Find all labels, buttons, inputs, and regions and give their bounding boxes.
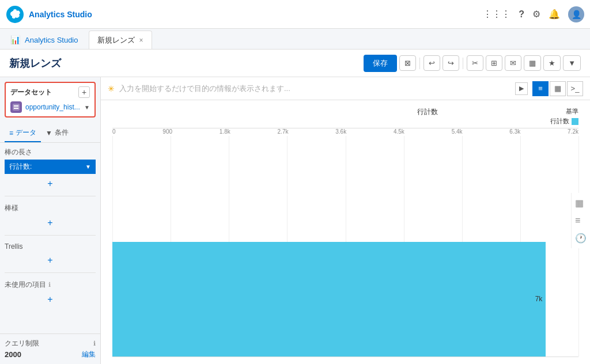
unused-label: 未使用の項目 [5, 280, 46, 290]
toolbar-btn-more[interactable]: ▼ [563, 55, 581, 71]
side-chart-icon[interactable]: ▦ [575, 198, 587, 208]
dataset-label: データセット [10, 88, 52, 97]
tab-bar: 📊 Analytics Studio 新規レンズ × [0, 29, 590, 50]
top-nav: Analytics Studio ⋮⋮⋮ ? ⚙ 🔔 👤 [0, 0, 590, 29]
dataset-header: データセット + [10, 86, 90, 98]
search-input[interactable] [119, 84, 510, 93]
dataset-caret-icon[interactable]: ▼ [84, 104, 90, 111]
trellis-add-button[interactable]: + [5, 253, 96, 268]
grid-lines: 7k [112, 136, 578, 357]
gear-icon[interactable]: ⚙ [532, 9, 540, 20]
page-header: 新規レンズ 保存 ⊠ ↩ ↪ ✂ ⊞ ✉ ▦ ★ ▼ [0, 50, 590, 77]
bell-icon[interactable]: 🔔 [549, 9, 560, 20]
x-label-900: 900 [162, 128, 172, 135]
legend-color-dot [572, 118, 578, 125]
analytics-tab-icon: 📊 [10, 35, 20, 44]
divider-3 [5, 272, 96, 273]
main-layout: データセット + opportunity_hist... ▼ ≡ データ [0, 77, 590, 364]
grid-icon-tb: ⊞ [491, 59, 497, 67]
toolbar-btn-star[interactable]: ★ [543, 55, 561, 71]
tab-data[interactable]: ≡ データ [5, 124, 41, 142]
divider-2 [5, 235, 96, 236]
side-filter-icon[interactable]: ≡ [575, 215, 587, 226]
chart-bar: 7k [112, 242, 546, 357]
toolbar-btn-grid[interactable]: ⊞ [486, 55, 502, 71]
query-row: 2000 編集 [5, 350, 96, 359]
panel-tabs: ≡ データ ▼ 条件 [0, 124, 100, 143]
grid-icon[interactable]: ⋮⋮⋮ [483, 9, 510, 20]
bar-length-label: 棒の長さ [5, 147, 96, 157]
toolbar-separator-2 [463, 58, 463, 69]
bar-length-section: 棒の長さ 行計数: ▼ + [0, 143, 100, 194]
svg-rect-3 [14, 108, 18, 109]
x-label-7.2k: 7.2k [568, 128, 578, 135]
dataset-svg-icon [12, 103, 20, 111]
help-icon[interactable]: ? [519, 9, 524, 20]
tab-close-icon[interactable]: × [139, 36, 143, 44]
toolbar-btn-table[interactable]: ▦ [524, 55, 541, 71]
x-label-1.8k: 1.8k [220, 128, 230, 135]
svg-rect-1 [13, 104, 20, 111]
x-axis-labels: 0 900 1.8k 2.7k 3.6k 4.5k 5.4k 6.3k 7.2k [112, 128, 578, 136]
search-star-icon: ✳ [108, 84, 115, 93]
measure-pill[interactable]: 行計数: ▼ [5, 160, 96, 174]
tab-data-icon: ≡ [9, 129, 13, 137]
svg-rect-2 [14, 105, 18, 107]
avatar-icon[interactable]: 👤 [568, 6, 584, 22]
trellis-section: Trellis + [0, 238, 100, 270]
x-label-0: 0 [112, 128, 116, 135]
x-label-6.3k: 6.3k [509, 128, 520, 135]
dataset-type-icon [10, 101, 22, 113]
right-panel: ✳ ▶ ≡ ▦ >_ 行計数 基準 [101, 77, 590, 364]
unused-section: 未使用の項目 ℹ + [0, 275, 100, 309]
toolbar-btn-cross[interactable]: ⊠ [399, 55, 416, 71]
toolbar: 保存 ⊠ ↩ ↪ ✂ ⊞ ✉ ▦ ★ ▼ [364, 55, 581, 72]
search-right: ▶ ≡ ▦ >_ [515, 81, 583, 96]
toolbar-btn-redo[interactable]: ↪ [442, 55, 459, 71]
view-table-button[interactable]: ▦ [550, 81, 566, 96]
analytics-tab-label: Analytics Studio [25, 36, 78, 44]
dataset-item[interactable]: opportunity_hist... ▼ [10, 101, 90, 113]
columns-add-button[interactable]: + [5, 215, 96, 230]
dataset-section: データセット + opportunity_hist... ▼ [5, 82, 96, 117]
toolbar-btn-mail[interactable]: ✉ [505, 55, 521, 71]
tab-filter[interactable]: ▼ 条件 [41, 124, 73, 142]
columns-section: 棒様 + [0, 199, 100, 233]
query-edit-link[interactable]: 編集 [82, 350, 96, 359]
x-label-4.5k: 4.5k [394, 128, 404, 135]
more-icon: ▼ [568, 59, 576, 67]
trellis-label: Trellis [5, 242, 96, 251]
play-button[interactable]: ▶ [515, 82, 528, 95]
side-history-icon[interactable]: 🕐 [575, 233, 587, 244]
table-view-icon: ▦ [554, 84, 561, 93]
tab-analytics[interactable]: 📊 Analytics Studio [2, 31, 86, 49]
right-side-icons: ▦ ≡ 🕐 [571, 193, 590, 248]
tab-filter-label: 条件 [55, 128, 69, 138]
unused-add-button[interactable]: + [5, 292, 96, 307]
unused-header: 未使用の項目 ℹ [5, 280, 96, 290]
chart-x-title: 行計数 [323, 107, 533, 117]
query-section: クエリ制限 ℹ 2000 編集 [0, 333, 100, 364]
query-header: クエリ制限 ℹ [5, 339, 96, 348]
mail-icon: ✉ [510, 59, 516, 67]
toolbar-btn-undo[interactable]: ↩ [423, 55, 440, 71]
chart-inner: 0 900 1.8k 2.7k 3.6k 4.5k 5.4k 6.3k 7.2k [112, 128, 578, 357]
unused-info-icon: ℹ [48, 281, 51, 289]
toolbar-btn-cut[interactable]: ✂ [467, 55, 483, 71]
query-label: クエリ制限 [5, 339, 39, 348]
salesforce-logo [6, 5, 24, 24]
table-icon: ▦ [529, 59, 536, 67]
page-title: 新規レンズ [9, 56, 61, 70]
columns-label: 棒様 [5, 203, 96, 213]
view-chart-button[interactable]: ≡ [532, 81, 549, 96]
tab-new-lens[interactable]: 新規レンズ × [89, 31, 152, 49]
bar-length-add-button[interactable]: + [5, 176, 96, 191]
bar-value-label: 7k [535, 295, 543, 303]
save-button[interactable]: 保存 [364, 55, 397, 72]
dataset-add-button[interactable]: + [78, 86, 90, 98]
app-title: Analytics Studio [29, 10, 92, 19]
tab-data-label: データ [16, 128, 36, 138]
view-code-button[interactable]: >_ [567, 81, 583, 96]
query-info-icon: ℹ [93, 340, 96, 347]
divider-1 [5, 196, 96, 196]
